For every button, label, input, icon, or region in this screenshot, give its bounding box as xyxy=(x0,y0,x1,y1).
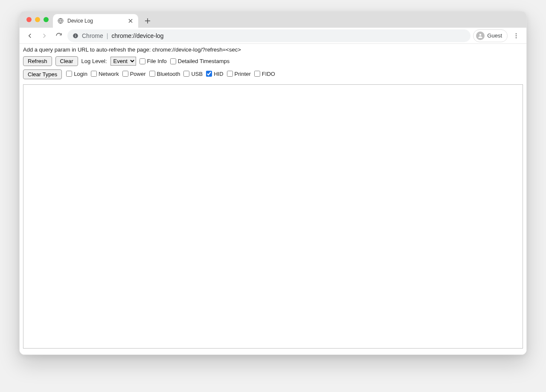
refresh-button[interactable]: Refresh xyxy=(23,56,52,66)
file-info-input[interactable] xyxy=(139,58,145,64)
svg-rect-3 xyxy=(75,34,76,35)
close-tab-icon[interactable] xyxy=(127,17,134,24)
type-filter-label: HID xyxy=(214,71,223,77)
log-level-select[interactable]: Event xyxy=(110,57,136,66)
forward-button[interactable] xyxy=(38,30,50,42)
controls-row: Refresh Clear Log Level: Event File Info… xyxy=(20,55,526,68)
type-filter-bluetooth[interactable]: Bluetooth xyxy=(149,71,180,77)
svg-point-5 xyxy=(516,33,517,34)
type-filter-login[interactable]: Login xyxy=(66,71,87,77)
omnibox-separator: | xyxy=(107,32,108,39)
avatar-icon xyxy=(476,32,485,40)
reload-button[interactable] xyxy=(53,30,65,42)
svg-rect-2 xyxy=(75,35,76,37)
clear-button[interactable]: Clear xyxy=(55,56,78,66)
browser-toolbar: Chrome | chrome://device-log Guest xyxy=(20,28,526,44)
back-button[interactable] xyxy=(24,30,36,42)
file-info-label: File Info xyxy=(147,58,167,64)
type-filter-label: Bluetooth xyxy=(157,71,180,77)
type-filter-label: FIDO xyxy=(262,71,275,77)
new-tab-button[interactable] xyxy=(142,15,154,27)
clear-types-button[interactable]: Clear Types xyxy=(23,69,62,79)
svg-point-7 xyxy=(516,37,517,38)
type-filter-input-printer[interactable] xyxy=(227,71,233,77)
type-filter-fido[interactable]: FIDO xyxy=(254,71,275,77)
type-filter-label: Network xyxy=(99,71,119,77)
type-filter-input-network[interactable] xyxy=(91,71,97,77)
type-filter-input-login[interactable] xyxy=(66,71,72,77)
minimize-window-button[interactable] xyxy=(35,17,40,22)
type-filter-power[interactable]: Power xyxy=(122,71,146,77)
type-filter-usb[interactable]: USB xyxy=(183,71,203,77)
site-info-icon[interactable] xyxy=(73,33,78,39)
type-filter-input-usb[interactable] xyxy=(183,71,189,77)
type-filter-label: USB xyxy=(191,71,203,77)
tab-title: Device Log xyxy=(67,18,124,24)
svg-point-6 xyxy=(516,35,517,36)
type-filter-label: Login xyxy=(74,71,87,77)
type-filter-network[interactable]: Network xyxy=(91,71,119,77)
type-filter-input-power[interactable] xyxy=(122,71,128,77)
type-filter-input-fido[interactable] xyxy=(254,71,260,77)
maximize-window-button[interactable] xyxy=(44,17,49,22)
kebab-menu-icon[interactable] xyxy=(510,30,522,42)
types-row: Clear Types LoginNetworkPowerBluetoothUS… xyxy=(20,68,526,83)
type-filter-label: Power xyxy=(130,71,146,77)
tab-strip: Device Log xyxy=(20,12,526,28)
log-level-label: Log Level: xyxy=(81,58,107,64)
svg-point-4 xyxy=(479,34,482,36)
address-bar[interactable]: Chrome | chrome://device-log xyxy=(67,29,470,42)
detailed-ts-input[interactable] xyxy=(170,58,176,64)
type-filter-printer[interactable]: Printer xyxy=(227,71,251,77)
window-controls xyxy=(25,12,53,28)
refresh-hint-text: Add a query param in URL to auto-refresh… xyxy=(20,44,526,55)
log-area xyxy=(23,84,523,349)
detailed-ts-checkbox[interactable]: Detailed Timestamps xyxy=(170,58,229,64)
type-filter-input-bluetooth[interactable] xyxy=(149,71,155,77)
browser-tab[interactable]: Device Log xyxy=(53,14,138,28)
file-info-checkbox[interactable]: File Info xyxy=(139,58,167,64)
omnibox-url: chrome://device-log xyxy=(111,32,163,39)
type-filter-label: Printer xyxy=(235,71,251,77)
detailed-ts-label: Detailed Timestamps xyxy=(178,58,229,64)
page-content: Add a query param in URL to auto-refresh… xyxy=(20,44,526,355)
type-filter-input-hid[interactable] xyxy=(206,71,212,77)
profile-label: Guest xyxy=(487,32,502,39)
browser-window: Device Log xyxy=(19,11,527,355)
omnibox-site-name: Chrome xyxy=(82,32,103,39)
globe-icon xyxy=(57,17,64,24)
profile-chip[interactable]: Guest xyxy=(473,29,508,42)
type-filter-hid[interactable]: HID xyxy=(206,71,223,77)
close-window-button[interactable] xyxy=(26,17,32,22)
